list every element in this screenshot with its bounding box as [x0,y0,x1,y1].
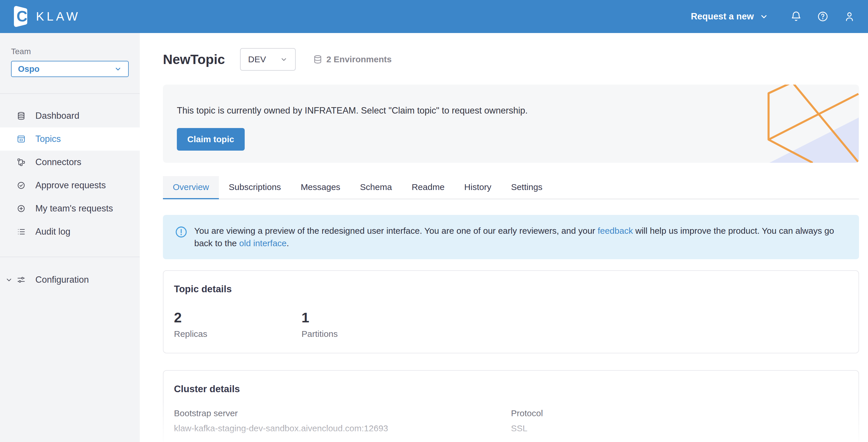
list-icon [17,227,26,236]
topic-header: NewTopic DEV 2 Environments [163,48,859,71]
notifications-button[interactable] [790,11,802,22]
main-content: NewTopic DEV 2 Environments [140,33,868,442]
profile-button[interactable] [844,11,855,22]
preview-notice-banner: You are viewing a preview of the redesig… [163,215,859,259]
tab-messages[interactable]: Messages [291,176,350,199]
team-select-value: Ospo [18,64,39,74]
environment-select[interactable]: DEV [240,48,296,71]
sidebar-item-label: Connectors [35,157,82,167]
cluster-details-card: Cluster details Bootstrap server klaw-ka… [163,370,859,442]
old-interface-link[interactable]: old interface [239,238,286,248]
sliders-icon [17,275,26,284]
tab-schema[interactable]: Schema [350,176,402,199]
field-label: Protocol [511,408,848,418]
app-header: C KLAW Request a new [0,0,868,33]
topic-details-title: Topic details [174,283,848,295]
topic-details-card: Topic details 2 Replicas 1 Partitions [163,270,859,353]
topic-details-stats: 2 Replicas 1 Partitions [174,310,848,339]
feedback-link[interactable]: feedback [597,226,633,236]
notice-text-segment: . [287,238,289,248]
stat-value: 1 [302,310,429,326]
tab-overview[interactable]: Overview [163,176,219,199]
sidebar-item-label: Topics [35,134,61,144]
database-icon [313,55,322,64]
team-block: Team Ospo [0,33,140,93]
tab-history[interactable]: History [454,176,501,199]
tab-settings[interactable]: Settings [501,176,552,199]
sidebar-item-my-teams-requests[interactable]: My team's requests [0,197,140,220]
bell-icon [790,11,802,22]
topic-tabs: Overview Subscriptions Messages Schema R… [163,176,859,199]
page-title: NewTopic [163,52,225,67]
chevron-down-icon [5,276,13,283]
klaw-logo-icon: C [10,4,30,29]
database-icon [17,111,26,120]
sidebar-item-label: Audit log [35,227,70,237]
header-actions: Request a new [691,11,855,22]
help-icon [817,11,829,22]
sidebar-nav: Dashboard Topics [0,94,140,243]
sidebar-item-label: Configuration [35,275,89,285]
field-bootstrap-server: Bootstrap server klaw-kafka-staging-dev-… [174,408,511,433]
cluster-details-fields: Bootstrap server klaw-kafka-staging-dev-… [174,408,848,442]
sidebar-item-label: My team's requests [35,203,113,214]
info-icon [175,225,188,239]
help-button[interactable] [817,11,829,22]
chevron-down-icon [114,65,122,73]
sidebar-divider [0,257,140,257]
logo-text: KLAW [36,9,80,24]
sidebar-item-approve-requests[interactable]: Approve requests [0,174,140,197]
sidebar-item-topics[interactable]: Topics [0,128,140,150]
cluster-details-title: Cluster details [174,383,848,395]
stat-label: Replicas [174,329,302,339]
environments-count-label: 2 Environments [327,55,392,64]
stat-partitions: 1 Partitions [302,310,429,339]
field-value: klaw-kafka-staging-dev-sandbox.aivenclou… [174,423,511,433]
sidebar-item-dashboard[interactable]: Dashboard [0,104,140,128]
environments-summary: 2 Environments [313,55,392,64]
environment-select-value: DEV [248,55,266,64]
chevron-down-icon [280,56,288,63]
claim-topic-banner: This topic is currently owned by INFRATE… [163,84,859,163]
sidebar-item-label: Dashboard [35,111,80,121]
stat-replicas: 2 Replicas [174,310,302,339]
user-icon [844,11,855,22]
dataflow-icon [17,158,26,167]
sidebar-item-label: Approve requests [35,180,106,191]
tab-subscriptions[interactable]: Subscriptions [219,176,291,199]
klaw-logo[interactable]: C KLAW [10,4,80,29]
stat-value: 2 [174,310,302,326]
notice-text-segment: You are viewing a preview of the redesig… [194,226,597,236]
svg-text:C: C [17,8,28,25]
klaw-app: C KLAW Request a new [0,0,868,442]
request-a-new-button[interactable]: Request a new [691,11,768,22]
claim-topic-button[interactable]: Claim topic [177,128,245,150]
plus-circle-icon [17,204,26,213]
sidebar: Team Ospo Dashboard [0,33,140,442]
field-label: Bootstrap server [174,408,511,418]
chevron-down-icon [760,12,768,21]
sidebar-item-connectors[interactable]: Connectors [0,150,140,174]
team-select[interactable]: Ospo [11,61,129,77]
code-browser-icon [17,135,26,143]
field-protocol: Protocol SSL [511,408,848,433]
sidebar-item-audit-log[interactable]: Audit log [0,220,140,243]
check-circle-icon [17,181,26,190]
stat-label: Partitions [302,329,429,339]
field-value: SSL [511,423,848,433]
claim-banner-message: This topic is currently owned by INFRATE… [177,105,859,116]
request-a-new-label: Request a new [691,11,754,22]
tab-readme[interactable]: Readme [402,176,454,199]
team-label: Team [11,47,129,56]
banner-decoration [748,84,859,163]
preview-notice-text: You are viewing a preview of the redesig… [194,225,847,249]
sidebar-item-configuration[interactable]: Configuration [0,268,140,292]
